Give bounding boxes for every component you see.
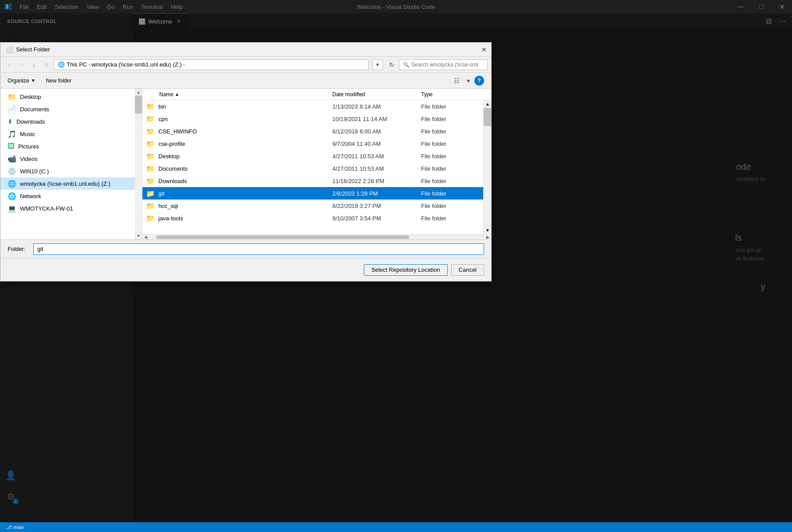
folder-icon: 📁 [146, 214, 155, 223]
folder-input[interactable] [33, 243, 484, 255]
up-button[interactable]: ↑ [41, 59, 52, 70]
down-arrow-button[interactable]: ↓ [29, 59, 39, 70]
file-name-col: 📁 Desktop [146, 152, 332, 160]
breadcrumb-this-pc[interactable]: This PC [67, 61, 87, 68]
file-date: 10/19/2021 11:14 AM [332, 116, 421, 122]
file-name: cse-profile [158, 141, 185, 147]
file-name: hcc_sql [158, 203, 178, 209]
pictures-icon: 🖼 [8, 142, 15, 150]
file-name-col: 📁 java-tools [146, 214, 332, 223]
file-date: 4/27/2011 10:53 AM [332, 165, 421, 172]
table-row[interactable]: 📁 git 2/8/2023 1:28 PM File folder [142, 187, 491, 200]
refresh-button[interactable]: ↻ [386, 59, 397, 70]
table-row[interactable]: 📁 cse-profile 9/7/2004 11:40 AM File fol… [142, 137, 491, 150]
folder-icon: 📁 [146, 140, 155, 148]
table-row[interactable]: 📁 CSE_HWINFO 6/12/2018 8:00 AM File fold… [142, 125, 491, 137]
col-header-type[interactable]: Type [421, 91, 488, 98]
new-folder-button[interactable]: New folder [43, 76, 75, 85]
left-pane-scroll-up-button[interactable]: ▲ [135, 89, 142, 96]
left-pane-item-win10[interactable]: 💿 WIN10 (C:) [0, 165, 142, 177]
table-row[interactable]: 📁 Desktop 4/27/2011 10:53 AM File folder [142, 150, 491, 162]
left-pane-item-network[interactable]: 🌐 Network [0, 190, 142, 202]
left-pane-item-videos[interactable]: 📹 Videos [0, 153, 142, 165]
statusbar: ⎇ main [0, 522, 792, 532]
col-date-label: Date modified [332, 91, 365, 98]
file-date: 2/8/2023 1:28 PM [332, 190, 421, 197]
scroll-left-button[interactable]: ◀ [142, 235, 149, 239]
file-type: File folder [421, 203, 488, 209]
folder-icon: 📁 [146, 189, 155, 198]
right-pane-scrollbar-thumb [484, 108, 491, 126]
new-folder-label: New folder [46, 78, 71, 84]
folder-label: Folder: [8, 246, 30, 252]
view-more-button[interactable]: ▾ [463, 76, 473, 86]
file-date: 6/12/2018 8:00 AM [332, 128, 421, 135]
desktop-icon: 📁 [8, 93, 16, 101]
col-header-date[interactable]: Date modified [332, 91, 421, 98]
left-pane-item-wmotycka-fw[interactable]: 💻 WMOTYCKA-FW-01 [0, 202, 142, 215]
dialog-close-button[interactable]: ✕ [479, 44, 489, 55]
left-pane-label-documents: Documents [20, 106, 49, 113]
file-date: 9/7/2004 11:40 AM [332, 141, 421, 147]
left-pane-label-wmotycka-fw: WMOTYCKA-FW-01 [20, 205, 73, 212]
left-pane-scroll-down-button[interactable]: ▼ [135, 232, 142, 239]
dialog-titlebar: ⬜ Select Folder ✕ [0, 43, 491, 57]
file-type: File folder [421, 165, 488, 172]
scroll-down-button[interactable]: ▼ [484, 226, 491, 234]
scroll-right-button[interactable]: ▶ [485, 235, 491, 239]
left-pane-item-downloads[interactable]: ⬇ Downloads [0, 115, 142, 128]
help-button[interactable]: ? [474, 76, 484, 86]
file-name-col: 📁 cpn [146, 115, 332, 123]
left-pane-item-music[interactable]: 🎵 Music [0, 128, 142, 140]
view-buttons: ☷ ▾ ? [451, 76, 484, 86]
table-row[interactable]: 📁 hcc_sql 8/22/2019 3:27 PM File folder [142, 200, 491, 212]
search-input[interactable] [411, 62, 478, 68]
breadcrumb-dropdown-button[interactable]: ▼ [372, 59, 383, 70]
back-button[interactable]: ← [4, 59, 15, 70]
select-repository-location-button[interactable]: Select Repository Location [364, 264, 448, 276]
table-row[interactable]: 📁 Documents 4/27/2011 10:53 AM File fold… [142, 162, 491, 175]
dialog-title-text: Select Folder [16, 46, 50, 53]
table-row[interactable]: 📁 cpn 10/19/2021 11:14 AM File folder [142, 113, 491, 125]
file-name: Documents [158, 165, 188, 172]
statusbar-source-control[interactable]: ⎇ main [4, 524, 27, 530]
table-row[interactable]: 📁 bin 1/13/2023 8:14 AM File folder [142, 100, 491, 113]
horizontal-scrollbar-thumb [156, 235, 409, 239]
file-name: Downloads [158, 178, 187, 184]
breadcrumb-bar: ← → ↓ ↑ 🌐 This PC › wmotycka (\\cse-smb1… [0, 57, 491, 73]
scroll-up-button[interactable]: ▲ [484, 100, 491, 108]
breadcrumb-drive[interactable]: wmotycka (\\cse-smb1.unl.edu) (Z:) [91, 61, 182, 68]
music-icon: 🎵 [8, 130, 16, 138]
folder-icon: 📁 [146, 115, 155, 123]
left-pane-label-pictures: Pictures [18, 143, 39, 150]
file-name-col: 📁 cse-profile [146, 140, 332, 148]
left-pane-item-documents[interactable]: 📄 Documents [0, 103, 142, 115]
col-type-label: Type [421, 91, 433, 98]
file-name-col: 📁 hcc_sql [146, 202, 332, 210]
table-row[interactable]: 📁 java-tools 9/10/2007 3:54 PM File fold… [142, 212, 491, 224]
file-name: CSE_HWINFO [158, 128, 197, 135]
cancel-button[interactable]: Cancel [451, 264, 484, 276]
network-drive-breadcrumb-icon: 🌐 [58, 61, 65, 68]
dialog-buttons-row: Select Repository Location Cancel [0, 258, 491, 281]
forward-button[interactable]: → [16, 59, 27, 70]
horizontal-scrollbar-track [156, 235, 477, 239]
left-pane-item-desktop[interactable]: 📁 Desktop [0, 90, 142, 103]
left-pane-item-pictures[interactable]: 🖼 Pictures [0, 140, 142, 153]
file-name-col: 📁 Downloads [146, 177, 332, 185]
table-row[interactable]: 📁 Downloads 11/16/2022 2:28 PM File fold… [142, 175, 491, 187]
dialog-content: 📁 Desktop 📄 Documents ⬇ Downloads 🎵 Musi… [0, 89, 491, 239]
col-header-name[interactable]: Name ▲ [146, 91, 332, 98]
left-pane-label-win10: WIN10 (C:) [20, 168, 49, 175]
view-list-button[interactable]: ☷ [451, 76, 462, 86]
left-pane-label-music: Music [20, 131, 35, 137]
file-name: Desktop [158, 153, 180, 160]
organize-button[interactable]: Organize ▼ [4, 76, 39, 85]
left-pane-scrollbar [135, 96, 142, 232]
left-pane-label-network: Network [20, 193, 41, 200]
file-type: File folder [421, 128, 488, 135]
folder-icon: 📁 [146, 152, 155, 160]
file-date: 8/22/2019 3:27 PM [332, 203, 421, 209]
left-pane-item-wmotycka[interactable]: 🌐 wmotycka (\\cse-smb1.unl.edu) (Z:) [0, 177, 142, 190]
folder-icon: 📁 [146, 164, 155, 173]
